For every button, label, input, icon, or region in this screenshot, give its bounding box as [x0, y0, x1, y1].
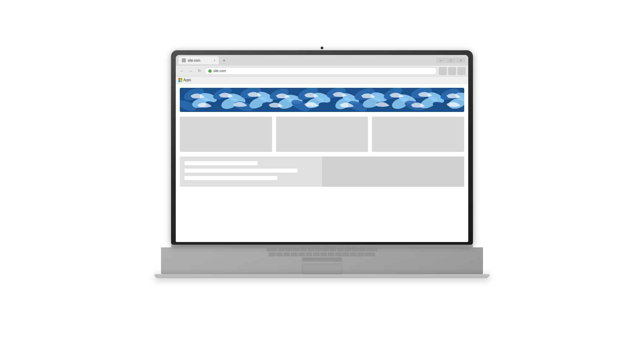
- content-line-2: [184, 169, 298, 173]
- ext-icon-2[interactable]: [448, 67, 456, 75]
- key: [342, 252, 349, 256]
- content-line-1: [184, 161, 258, 165]
- key: [335, 252, 342, 256]
- address-bar[interactable]: site.com: [205, 67, 437, 75]
- screen-content: site.com × + – □ × ← →: [176, 55, 468, 242]
- key: [344, 247, 351, 251]
- wave-pattern-svg: [180, 88, 464, 112]
- key: [320, 252, 327, 256]
- camera-dot: [321, 47, 323, 49]
- laptop: site.com × + – □ × ← →: [154, 50, 490, 312]
- key: [291, 252, 298, 256]
- key: [308, 247, 314, 251]
- key: [276, 252, 283, 256]
- key: [367, 247, 377, 251]
- laptop-screen-outer: site.com × + – □ × ← →: [171, 50, 473, 245]
- browser-tab[interactable]: site.com ×: [178, 56, 219, 64]
- key: [285, 247, 292, 251]
- card-1[interactable]: [180, 117, 272, 152]
- tab-favicon: [182, 58, 186, 62]
- hero-banner: [180, 88, 464, 112]
- card-grid: [180, 117, 464, 152]
- close-window-button[interactable]: ×: [456, 58, 466, 63]
- key: [350, 252, 357, 256]
- extension-icons: [439, 67, 466, 75]
- keyboard-row-3: [302, 257, 342, 261]
- back-button[interactable]: ←: [178, 68, 185, 74]
- key: [278, 247, 285, 251]
- key: [322, 247, 329, 251]
- key: [365, 252, 375, 256]
- microsoft-icon: [178, 78, 182, 82]
- key: [352, 247, 359, 251]
- key: [315, 247, 322, 251]
- address-text: site.com: [213, 69, 226, 73]
- card-3[interactable]: [372, 117, 464, 152]
- key: [298, 252, 305, 256]
- new-tab-button[interactable]: +: [220, 56, 228, 64]
- key: [330, 247, 336, 251]
- ext-icon-3[interactable]: [458, 67, 466, 75]
- laptop-screen-bezel: site.com × + – □ × ← →: [176, 55, 468, 242]
- content-right: [322, 157, 464, 187]
- bookmarks-bar: Apps: [176, 76, 468, 84]
- laptop-bottom: [154, 274, 490, 278]
- webpage-content: [176, 84, 468, 242]
- key: [267, 247, 277, 251]
- minimize-button[interactable]: –: [436, 58, 445, 63]
- key: [359, 247, 366, 251]
- key: [313, 252, 320, 256]
- site-favicon: [208, 69, 212, 73]
- keyboard-area: [161, 247, 483, 274]
- browser-tab-bar: site.com × + – □ ×: [176, 55, 468, 66]
- key: [300, 247, 307, 251]
- key: [357, 252, 364, 256]
- browser-toolbar: ← → ↻ site.com: [176, 66, 468, 76]
- apps-bookmark[interactable]: Apps: [178, 78, 191, 82]
- content-section: [180, 157, 464, 187]
- key: [306, 252, 312, 256]
- key: [328, 252, 334, 256]
- ext-icon-1[interactable]: [439, 67, 447, 75]
- refresh-button[interactable]: ↻: [196, 68, 203, 74]
- key: [269, 252, 275, 256]
- apps-label: Apps: [183, 78, 191, 82]
- key: [337, 247, 344, 251]
- browser-chrome: site.com × + – □ × ← →: [176, 55, 468, 84]
- maximize-button[interactable]: □: [446, 58, 455, 63]
- hinge: [171, 245, 473, 247]
- forward-button[interactable]: →: [187, 68, 194, 74]
- window-controls: – □ ×: [436, 58, 466, 63]
- trackpad[interactable]: [302, 264, 342, 274]
- tab-label: site.com: [188, 59, 200, 62]
- content-line-3: [184, 176, 277, 180]
- key: [283, 252, 290, 256]
- content-left: [180, 157, 322, 187]
- key: [293, 247, 300, 251]
- card-2[interactable]: [276, 117, 368, 152]
- tab-close-button[interactable]: ×: [214, 59, 215, 62]
- spacebar: [302, 257, 342, 261]
- keyboard-row-1: [267, 247, 377, 251]
- keyboard-row-2: [269, 252, 375, 256]
